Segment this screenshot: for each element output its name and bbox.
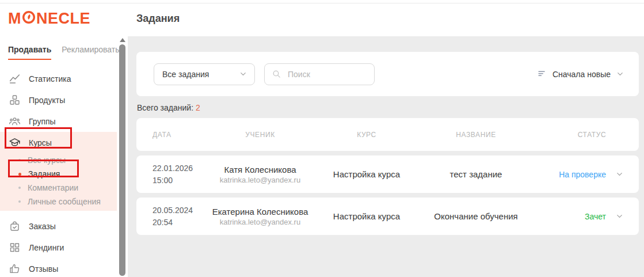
sidebar-item-landings[interactable]: Лендинги <box>0 237 117 258</box>
cell-title: Окончание обучения <box>424 211 528 221</box>
column-header-date: ДАТА <box>136 131 211 139</box>
column-header-student: УЧЕНИК <box>211 131 309 139</box>
bullet-icon <box>18 173 21 176</box>
sort-value: Сначала новые <box>552 70 611 79</box>
subitem-label: Все курсы <box>28 155 66 165</box>
date-value: 22.01.2026 <box>153 162 211 174</box>
sidebar-subitem-tasks[interactable]: Задания <box>0 167 117 181</box>
tasks-total-count: 2 <box>196 103 200 112</box>
logo-text-right: NECLE <box>36 11 90 26</box>
search-icon <box>272 69 281 79</box>
column-header-status: СТАТУС <box>528 131 639 139</box>
sidebar-mode-tabs: Продавать Рекламировать <box>8 45 120 60</box>
chart-line-icon <box>9 73 21 85</box>
cell-course: Настройка курса <box>309 169 424 179</box>
sidebar-item-label: Отзывы <box>29 264 58 274</box>
cell-date: 22.01.2026 15:00 <box>136 162 211 186</box>
products-cubes-icon <box>9 94 21 106</box>
main-area: Задания Все задания Сначала новые Всего … <box>128 3 644 277</box>
sidebar-item-label: Продукты <box>29 96 65 105</box>
chevron-down-icon[interactable] <box>615 212 624 221</box>
column-header-title: НАЗВАНИЕ <box>424 131 528 139</box>
sidebar-item-label: Статистика <box>29 74 71 84</box>
logo-text-left: M <box>8 11 21 26</box>
content-area: Все задания Сначала новые Всего заданий:… <box>128 36 644 277</box>
student-email: katrinka.leto@yandex.ru <box>211 176 309 184</box>
sidebar-item-groups[interactable]: Группы <box>0 111 117 132</box>
time-value: 15:00 <box>153 174 211 186</box>
chevron-down-icon <box>616 70 624 78</box>
column-header-course: КУРС <box>309 131 424 139</box>
cell-title: тест задание <box>424 169 528 179</box>
sidebar-nav: Статистика Продукты Группы Курсы Все кур… <box>0 68 117 277</box>
sidebar-item-statistics[interactable]: Статистика <box>0 68 117 89</box>
status-dropdown[interactable]: Зачет <box>528 212 639 221</box>
sidebar-item-products[interactable]: Продукты <box>0 89 117 111</box>
sidebar-item-label: Заказы <box>29 222 56 231</box>
tasks-total-label: Всего заданий: <box>137 103 193 112</box>
order-bag-check-icon <box>9 220 21 232</box>
chevron-down-icon <box>239 70 247 78</box>
student-email: katrinka.leto@yandex.ru <box>211 218 309 226</box>
scrollbar-thumb[interactable] <box>119 44 125 276</box>
bullet-icon <box>18 159 21 161</box>
sidebar-subitem-private-messages[interactable]: Личные сообщения <box>0 195 117 208</box>
status-value[interactable]: Зачет <box>585 212 606 221</box>
search-input[interactable] <box>287 69 367 79</box>
bullet-icon <box>18 187 21 189</box>
people-group-icon <box>9 115 21 127</box>
layout-blocks-icon <box>9 241 21 253</box>
task-type-value: Все задания <box>162 70 209 79</box>
cell-student: Катя Колесникова katrinka.leto@yandex.ru <box>211 165 309 184</box>
status-dropdown[interactable]: На проверке <box>528 170 639 179</box>
sidebar-item-courses[interactable]: Курсы <box>0 132 117 153</box>
status-value[interactable]: На проверке <box>559 170 606 179</box>
tasks-total: Всего заданий: 2 <box>137 103 639 112</box>
sidebar-subitem-all-courses[interactable]: Все курсы <box>0 153 117 167</box>
table-header-row: ДАТА УЧЕНИК КУРС НАЗВАНИЕ СТАТУС <box>136 118 639 151</box>
filter-bar: Все задания Сначала новые <box>136 52 639 96</box>
table-row[interactable]: 22.01.2026 15:00 Катя Колесникова katrin… <box>136 155 639 193</box>
task-type-dropdown[interactable]: Все задания <box>154 63 255 85</box>
sidebar-item-reviews[interactable]: Отзывы <box>0 258 117 277</box>
tab-sell[interactable]: Продавать <box>8 45 51 60</box>
cell-date: 20.05.2024 20:54 <box>136 204 211 228</box>
sort-lines-icon <box>538 69 547 79</box>
student-name: Катя Колесникова <box>211 165 309 174</box>
page-title: Задания <box>128 3 644 25</box>
cell-student: Екатерина Колесникова katrinka.leto@yand… <box>211 207 309 226</box>
thumbs-up-icon <box>9 263 21 275</box>
bullet-icon <box>18 200 21 203</box>
date-value: 20.05.2024 <box>153 204 211 216</box>
subitem-label: Личные сообщения <box>28 197 101 206</box>
time-value: 20:54 <box>153 217 211 228</box>
sidebar-item-label: Курсы <box>29 138 52 147</box>
student-name: Екатерина Колесникова <box>211 207 309 217</box>
sidebar-item-label: Лендинги <box>29 243 64 252</box>
chevron-down-icon[interactable] <box>615 170 624 179</box>
courses-section: Курсы Все курсы Задания Комментарии Личн… <box>0 132 117 211</box>
sidebar-subitem-comments[interactable]: Комментарии <box>0 181 117 195</box>
leaf-circle-icon <box>21 10 36 27</box>
subitem-label: Комментарии <box>28 183 78 192</box>
sidebar-item-label: Группы <box>29 117 56 126</box>
scroll-up-arrow-icon[interactable] <box>120 38 125 42</box>
search-box <box>264 63 375 85</box>
tab-advertise[interactable]: Рекламировать <box>62 45 119 60</box>
cell-course: Настройка курса <box>309 211 424 221</box>
sidebar-item-orders[interactable]: Заказы <box>0 215 117 237</box>
graduation-cap-icon <box>9 136 21 149</box>
sidebar: M NECLE Продавать Рекламировать Статисти… <box>0 3 128 277</box>
subitem-label: Задания <box>28 169 60 179</box>
sort-dropdown[interactable]: Сначала новые <box>538 69 624 79</box>
sidebar-scrollbar[interactable] <box>118 37 127 277</box>
brand-logo[interactable]: M NECLE <box>8 10 90 27</box>
table-row[interactable]: 20.05.2024 20:54 Екатерина Колесникова k… <box>136 198 639 235</box>
